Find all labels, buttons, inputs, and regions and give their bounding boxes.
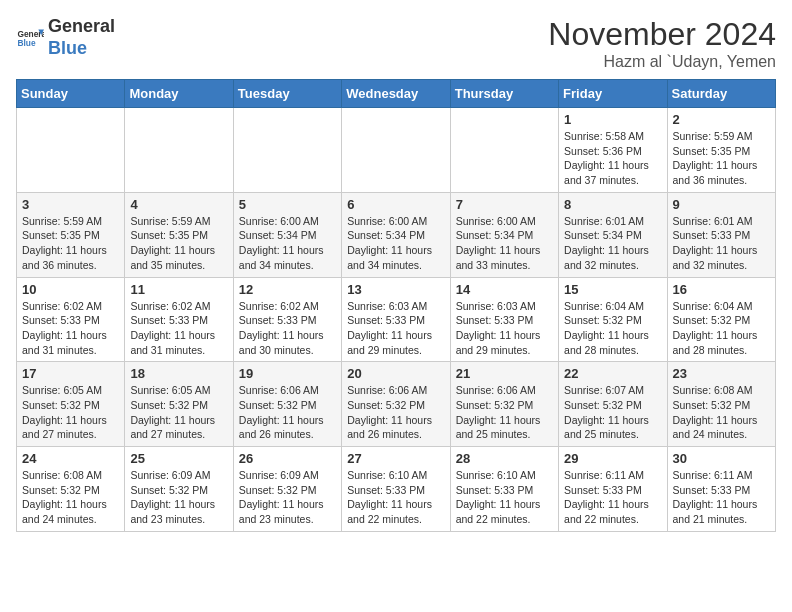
day-info: Sunrise: 5:59 AM Sunset: 5:35 PM Dayligh… xyxy=(673,129,770,188)
calendar-cell: 15Sunrise: 6:04 AM Sunset: 5:32 PM Dayli… xyxy=(559,277,667,362)
day-info: Sunrise: 6:06 AM Sunset: 5:32 PM Dayligh… xyxy=(239,383,336,442)
weekday-header-wednesday: Wednesday xyxy=(342,80,450,108)
day-number: 9 xyxy=(673,197,770,212)
calendar-cell: 1Sunrise: 5:58 AM Sunset: 5:36 PM Daylig… xyxy=(559,108,667,193)
day-number: 7 xyxy=(456,197,553,212)
calendar-week-4: 17Sunrise: 6:05 AM Sunset: 5:32 PM Dayli… xyxy=(17,362,776,447)
calendar-cell: 3Sunrise: 5:59 AM Sunset: 5:35 PM Daylig… xyxy=(17,192,125,277)
calendar-cell: 9Sunrise: 6:01 AM Sunset: 5:33 PM Daylig… xyxy=(667,192,775,277)
day-info: Sunrise: 6:06 AM Sunset: 5:32 PM Dayligh… xyxy=(456,383,553,442)
weekday-header-thursday: Thursday xyxy=(450,80,558,108)
weekday-header-friday: Friday xyxy=(559,80,667,108)
calendar-cell: 16Sunrise: 6:04 AM Sunset: 5:32 PM Dayli… xyxy=(667,277,775,362)
logo-general-text: General xyxy=(48,16,115,38)
calendar-cell: 20Sunrise: 6:06 AM Sunset: 5:32 PM Dayli… xyxy=(342,362,450,447)
calendar-cell: 10Sunrise: 6:02 AM Sunset: 5:33 PM Dayli… xyxy=(17,277,125,362)
day-number: 2 xyxy=(673,112,770,127)
day-number: 3 xyxy=(22,197,119,212)
month-year-title: November 2024 xyxy=(548,16,776,53)
day-info: Sunrise: 6:02 AM Sunset: 5:33 PM Dayligh… xyxy=(22,299,119,358)
day-info: Sunrise: 6:00 AM Sunset: 5:34 PM Dayligh… xyxy=(456,214,553,273)
day-info: Sunrise: 6:00 AM Sunset: 5:34 PM Dayligh… xyxy=(347,214,444,273)
calendar-cell xyxy=(342,108,450,193)
calendar-cell: 13Sunrise: 6:03 AM Sunset: 5:33 PM Dayli… xyxy=(342,277,450,362)
calendar-cell xyxy=(233,108,341,193)
day-number: 11 xyxy=(130,282,227,297)
weekday-header-saturday: Saturday xyxy=(667,80,775,108)
calendar-cell: 17Sunrise: 6:05 AM Sunset: 5:32 PM Dayli… xyxy=(17,362,125,447)
day-info: Sunrise: 5:58 AM Sunset: 5:36 PM Dayligh… xyxy=(564,129,661,188)
weekday-header-tuesday: Tuesday xyxy=(233,80,341,108)
day-number: 4 xyxy=(130,197,227,212)
calendar-cell xyxy=(450,108,558,193)
day-number: 5 xyxy=(239,197,336,212)
day-number: 28 xyxy=(456,451,553,466)
day-number: 18 xyxy=(130,366,227,381)
calendar-week-5: 24Sunrise: 6:08 AM Sunset: 5:32 PM Dayli… xyxy=(17,447,776,532)
day-number: 10 xyxy=(22,282,119,297)
calendar-cell: 28Sunrise: 6:10 AM Sunset: 5:33 PM Dayli… xyxy=(450,447,558,532)
day-number: 12 xyxy=(239,282,336,297)
calendar-cell: 12Sunrise: 6:02 AM Sunset: 5:33 PM Dayli… xyxy=(233,277,341,362)
calendar-cell: 14Sunrise: 6:03 AM Sunset: 5:33 PM Dayli… xyxy=(450,277,558,362)
logo-blue-text: Blue xyxy=(48,38,115,60)
day-info: Sunrise: 6:01 AM Sunset: 5:33 PM Dayligh… xyxy=(673,214,770,273)
day-number: 13 xyxy=(347,282,444,297)
page-header: General Blue General Blue November 2024 … xyxy=(16,16,776,71)
day-info: Sunrise: 6:10 AM Sunset: 5:33 PM Dayligh… xyxy=(456,468,553,527)
day-number: 27 xyxy=(347,451,444,466)
day-info: Sunrise: 6:02 AM Sunset: 5:33 PM Dayligh… xyxy=(130,299,227,358)
day-number: 14 xyxy=(456,282,553,297)
day-number: 24 xyxy=(22,451,119,466)
day-info: Sunrise: 5:59 AM Sunset: 5:35 PM Dayligh… xyxy=(22,214,119,273)
svg-text:Blue: Blue xyxy=(17,38,35,48)
weekday-header-row: SundayMondayTuesdayWednesdayThursdayFrid… xyxy=(17,80,776,108)
calendar-week-1: 1Sunrise: 5:58 AM Sunset: 5:36 PM Daylig… xyxy=(17,108,776,193)
calendar-cell xyxy=(17,108,125,193)
day-number: 6 xyxy=(347,197,444,212)
calendar-cell: 21Sunrise: 6:06 AM Sunset: 5:32 PM Dayli… xyxy=(450,362,558,447)
day-info: Sunrise: 6:08 AM Sunset: 5:32 PM Dayligh… xyxy=(22,468,119,527)
day-number: 8 xyxy=(564,197,661,212)
day-info: Sunrise: 6:00 AM Sunset: 5:34 PM Dayligh… xyxy=(239,214,336,273)
calendar-cell: 26Sunrise: 6:09 AM Sunset: 5:32 PM Dayli… xyxy=(233,447,341,532)
calendar-cell: 22Sunrise: 6:07 AM Sunset: 5:32 PM Dayli… xyxy=(559,362,667,447)
calendar-cell: 4Sunrise: 5:59 AM Sunset: 5:35 PM Daylig… xyxy=(125,192,233,277)
day-info: Sunrise: 6:02 AM Sunset: 5:33 PM Dayligh… xyxy=(239,299,336,358)
calendar-cell: 6Sunrise: 6:00 AM Sunset: 5:34 PM Daylig… xyxy=(342,192,450,277)
calendar-week-2: 3Sunrise: 5:59 AM Sunset: 5:35 PM Daylig… xyxy=(17,192,776,277)
calendar-cell: 29Sunrise: 6:11 AM Sunset: 5:33 PM Dayli… xyxy=(559,447,667,532)
day-number: 29 xyxy=(564,451,661,466)
day-info: Sunrise: 6:06 AM Sunset: 5:32 PM Dayligh… xyxy=(347,383,444,442)
calendar-cell: 30Sunrise: 6:11 AM Sunset: 5:33 PM Dayli… xyxy=(667,447,775,532)
day-info: Sunrise: 6:11 AM Sunset: 5:33 PM Dayligh… xyxy=(673,468,770,527)
calendar-cell: 8Sunrise: 6:01 AM Sunset: 5:34 PM Daylig… xyxy=(559,192,667,277)
calendar-cell: 7Sunrise: 6:00 AM Sunset: 5:34 PM Daylig… xyxy=(450,192,558,277)
calendar-cell: 2Sunrise: 5:59 AM Sunset: 5:35 PM Daylig… xyxy=(667,108,775,193)
day-number: 17 xyxy=(22,366,119,381)
day-number: 19 xyxy=(239,366,336,381)
day-number: 16 xyxy=(673,282,770,297)
day-number: 21 xyxy=(456,366,553,381)
calendar-cell: 23Sunrise: 6:08 AM Sunset: 5:32 PM Dayli… xyxy=(667,362,775,447)
day-info: Sunrise: 6:10 AM Sunset: 5:33 PM Dayligh… xyxy=(347,468,444,527)
day-number: 30 xyxy=(673,451,770,466)
title-block: November 2024 Hazm al `Udayn, Yemen xyxy=(548,16,776,71)
calendar-cell: 25Sunrise: 6:09 AM Sunset: 5:32 PM Dayli… xyxy=(125,447,233,532)
weekday-header-sunday: Sunday xyxy=(17,80,125,108)
day-number: 25 xyxy=(130,451,227,466)
weekday-header-monday: Monday xyxy=(125,80,233,108)
day-number: 15 xyxy=(564,282,661,297)
day-number: 23 xyxy=(673,366,770,381)
day-number: 1 xyxy=(564,112,661,127)
day-info: Sunrise: 6:08 AM Sunset: 5:32 PM Dayligh… xyxy=(673,383,770,442)
day-info: Sunrise: 6:09 AM Sunset: 5:32 PM Dayligh… xyxy=(239,468,336,527)
day-info: Sunrise: 6:07 AM Sunset: 5:32 PM Dayligh… xyxy=(564,383,661,442)
logo-icon: General Blue xyxy=(16,24,44,52)
day-info: Sunrise: 6:05 AM Sunset: 5:32 PM Dayligh… xyxy=(22,383,119,442)
day-info: Sunrise: 6:03 AM Sunset: 5:33 PM Dayligh… xyxy=(456,299,553,358)
day-info: Sunrise: 5:59 AM Sunset: 5:35 PM Dayligh… xyxy=(130,214,227,273)
calendar-cell: 24Sunrise: 6:08 AM Sunset: 5:32 PM Dayli… xyxy=(17,447,125,532)
calendar-cell: 18Sunrise: 6:05 AM Sunset: 5:32 PM Dayli… xyxy=(125,362,233,447)
day-number: 20 xyxy=(347,366,444,381)
